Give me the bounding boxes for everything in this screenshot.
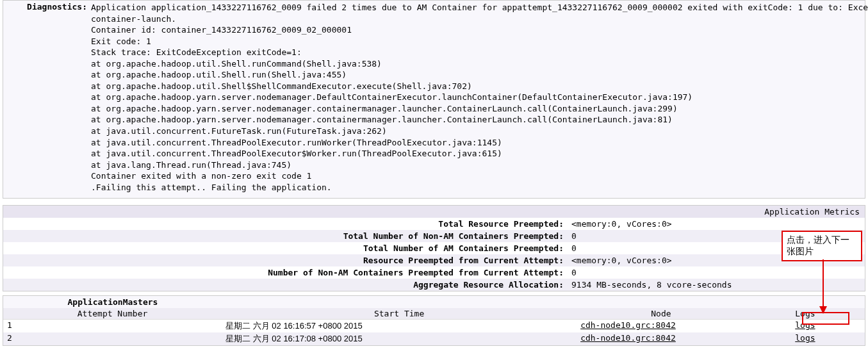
metrics-label: Aggregate Resource Allocation:: [3, 280, 569, 290]
application-metrics-panel: Application Metrics Total Resource Preem…: [3, 205, 865, 291]
metrics-value: <memory:0, vCores:0>: [569, 256, 672, 265]
diagnostics-label: Diagnostics:: [7, 2, 91, 193]
diagnostics-content: Application application_1433227116762_00…: [91, 2, 868, 193]
attempt-number: 2: [3, 332, 222, 345]
metrics-row: Number of Non-AM Containers Preempted fr…: [3, 266, 865, 279]
col-header-logs: Logs: [746, 308, 865, 319]
metrics-label: Total Number of Non-AM Containers Preemp…: [3, 231, 569, 241]
logs-link[interactable]: logs: [746, 332, 865, 345]
metrics-row: Aggregate Resource Allocation: 9134 MB-s…: [3, 279, 865, 291]
start-time: 星期二 六月 02 16:17:08 +0800 2015: [222, 332, 577, 345]
metrics-value: 0: [569, 268, 577, 277]
metrics-row: Resource Preempted from Current Attempt:…: [3, 254, 865, 266]
metrics-row: Total Number of AM Containers Preempted:…: [3, 242, 865, 254]
masters-title-row: ApplicationMasters: [3, 296, 865, 308]
diagnostics-panel: Diagnostics: Application application_143…: [3, 0, 865, 199]
metrics-label: Total Resource Preempted:: [3, 219, 569, 229]
node-link[interactable]: cdh-node10.grc:8042: [577, 320, 746, 332]
metrics-label: Number of Non-AM Containers Preempted fr…: [3, 268, 569, 277]
metrics-value: 0: [569, 231, 577, 241]
metrics-row: Total Number of Non-AM Containers Preemp…: [3, 230, 865, 242]
attempt-number: 1: [3, 320, 222, 332]
metrics-value: 0: [569, 243, 577, 253]
metrics-row: Total Resource Preempted: <memory:0, vCo…: [3, 218, 865, 230]
masters-header-row: Attempt Number Start Time Node Logs: [3, 308, 865, 320]
masters-title: ApplicationMasters: [3, 296, 222, 308]
metrics-value: 9134 MB-seconds, 8 vcore-seconds: [569, 280, 732, 290]
metrics-value: <memory:0, vCores:0>: [569, 219, 672, 229]
col-header-start: Start Time: [222, 308, 577, 319]
node-link[interactable]: cdh-node10.grc:8042: [577, 332, 746, 345]
metrics-label: Resource Preempted from Current Attempt:: [3, 256, 569, 265]
metrics-label: Total Number of AM Containers Preempted:: [3, 243, 569, 253]
metrics-header: Application Metrics: [3, 206, 865, 218]
application-masters-panel: ApplicationMasters Attempt Number Start …: [3, 295, 865, 346]
table-row: 2 星期二 六月 02 16:17:08 +0800 2015 cdh-node…: [3, 332, 865, 345]
logs-link[interactable]: logs: [746, 320, 865, 332]
annotation-callout: 点击，进入下一张图片: [782, 231, 862, 261]
col-header-attempt: Attempt Number: [3, 308, 222, 319]
col-header-node: Node: [577, 308, 746, 319]
start-time: 星期二 六月 02 16:16:57 +0800 2015: [222, 320, 577, 332]
table-row: 1 星期二 六月 02 16:16:57 +0800 2015 cdh-node…: [3, 320, 865, 332]
